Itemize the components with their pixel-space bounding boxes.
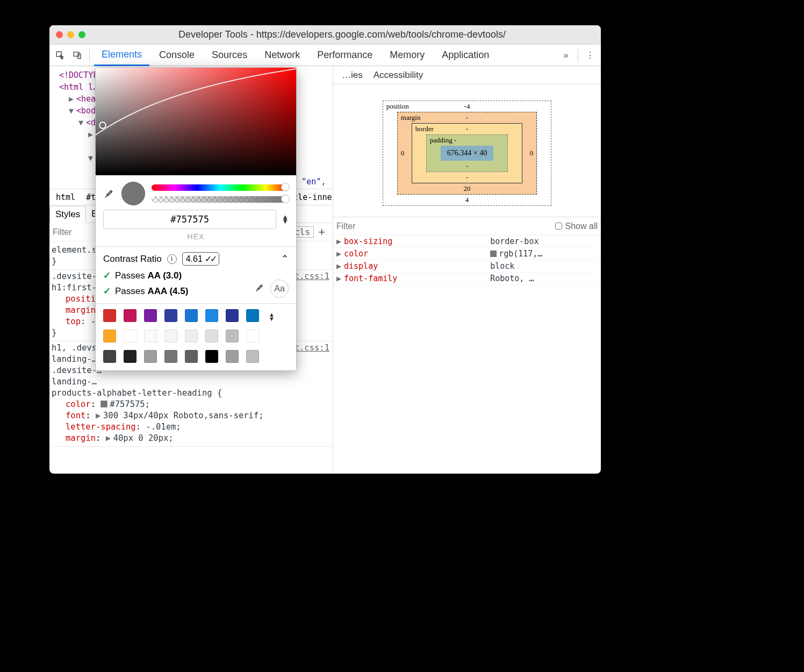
- computed-row[interactable]: ▶colorrgb(117,…: [333, 248, 601, 260]
- palette-swatch[interactable]: [226, 309, 239, 322]
- bg-text-toggle-icon[interactable]: Aa: [270, 280, 289, 298]
- tab-console[interactable]: Console: [152, 45, 202, 65]
- contrast-ratio-label: Contrast Ratio: [103, 254, 162, 264]
- current-color-circle: [121, 182, 145, 205]
- show-all-label: Show all: [565, 221, 598, 231]
- subtab-properties[interactable]: …ies: [336, 67, 368, 83]
- palette-swatch[interactable]: [124, 330, 137, 342]
- palette-swatches: ▲▼: [96, 304, 296, 370]
- alpha-thumb[interactable]: [281, 195, 290, 203]
- tab-application[interactable]: Application: [434, 45, 497, 65]
- check-icon: ✓: [103, 285, 111, 297]
- computed-pane: Show all ▶box-sizingborder-box▶colorrgb(…: [333, 217, 601, 285]
- palette-swatch[interactable]: [144, 309, 157, 322]
- contrast-eyedropper-icon[interactable]: [254, 282, 265, 295]
- new-style-rule-icon[interactable]: +: [314, 225, 329, 239]
- devtools-window: Developer Tools - https://developers.goo…: [49, 25, 601, 474]
- subtab-styles[interactable]: Styles: [49, 206, 86, 223]
- right-subtabs: …ies Accessibility: [333, 66, 601, 84]
- computed-row[interactable]: ▶font-familyRoboto, …: [333, 273, 601, 285]
- check-icon: ✓: [103, 270, 111, 281]
- palette-swatch[interactable]: [226, 350, 239, 363]
- computed-filter-input[interactable]: [336, 221, 444, 231]
- show-all-checkbox[interactable]: [555, 223, 562, 230]
- palette-swatch[interactable]: [164, 330, 177, 342]
- palette-swatch[interactable]: [103, 309, 116, 322]
- main-tabbar: Elements Console Sources Network Perform…: [49, 45, 601, 66]
- palette-swatch[interactable]: [185, 330, 198, 342]
- chevron-up-icon[interactable]: ⌃: [281, 253, 289, 264]
- hue-slider[interactable]: [152, 184, 289, 191]
- window-titlebar: Developer Tools - https://developers.goo…: [49, 25, 601, 45]
- computed-row[interactable]: ▶box-sizingborder-box: [333, 235, 601, 248]
- box-model-content: 676.344 × 40: [441, 146, 493, 161]
- palette-swatch[interactable]: [124, 350, 137, 363]
- hex-input[interactable]: [103, 210, 276, 229]
- disclosure-icon[interactable]: ▶: [336, 274, 344, 283]
- elements-panel-right: …ies Accessibility position -4 4 margin …: [333, 66, 601, 474]
- tab-elements[interactable]: Elements: [94, 45, 149, 66]
- close-traffic-light[interactable]: [56, 31, 63, 38]
- kebab-menu-icon[interactable]: ⋮: [583, 48, 598, 63]
- subtab-accessibility[interactable]: Accessibility: [368, 67, 429, 83]
- palette-swatch[interactable]: [246, 309, 259, 322]
- palette-swatch[interactable]: [124, 309, 137, 322]
- palette-stepper-icon[interactable]: ▲▼: [267, 309, 289, 324]
- palette-swatch[interactable]: [246, 350, 259, 363]
- box-model[interactable]: position -4 4 margin - 20 0 0 border - -…: [333, 84, 601, 217]
- separator: [578, 49, 578, 62]
- info-icon[interactable]: i: [167, 254, 177, 264]
- eyedropper-icon[interactable]: [103, 188, 115, 199]
- zoom-traffic-light[interactable]: [78, 31, 85, 38]
- disclosure-icon[interactable]: ▶: [336, 249, 344, 259]
- crumb-html[interactable]: html: [51, 191, 81, 204]
- separator: [89, 49, 90, 62]
- palette-swatch[interactable]: [185, 309, 198, 322]
- color-picker-popover: ▲▼ HEX Contrast Ratio i 4.61 ✓✓ ⌃ ✓Passe…: [95, 67, 297, 371]
- palette-swatch[interactable]: [144, 350, 157, 363]
- palette-swatch[interactable]: [205, 309, 218, 322]
- palette-swatch[interactable]: [164, 350, 177, 363]
- format-label: HEX: [96, 232, 296, 246]
- color-swatch-icon[interactable]: [101, 401, 107, 408]
- disclosure-icon[interactable]: ▶: [336, 261, 344, 271]
- palette-swatch[interactable]: [246, 330, 259, 342]
- palette-swatch[interactable]: [205, 330, 218, 342]
- tab-performance[interactable]: Performance: [310, 45, 380, 65]
- palette-swatch[interactable]: [103, 330, 116, 342]
- palette-swatch[interactable]: [103, 350, 116, 363]
- device-toggle-icon[interactable]: [70, 48, 85, 63]
- palette-swatch[interactable]: [226, 330, 239, 342]
- tab-network[interactable]: Network: [257, 45, 307, 65]
- contrast-ratio-value: 4.61 ✓✓: [182, 252, 219, 266]
- more-tabs-icon[interactable]: »: [558, 48, 573, 63]
- palette-swatch[interactable]: [205, 350, 218, 363]
- saturation-field[interactable]: [96, 68, 296, 175]
- tab-memory[interactable]: Memory: [382, 45, 432, 65]
- window-title: Developer Tools - https://developers.goo…: [90, 29, 594, 40]
- hue-thumb[interactable]: [281, 183, 290, 191]
- disclosure-icon[interactable]: ▶: [336, 237, 344, 246]
- computed-row[interactable]: ▶displayblock: [333, 260, 601, 273]
- format-stepper-icon[interactable]: ▲▼: [282, 215, 289, 224]
- minimize-traffic-light[interactable]: [67, 31, 74, 38]
- alpha-slider[interactable]: [152, 196, 289, 203]
- inspect-icon[interactable]: [53, 48, 68, 63]
- palette-swatch[interactable]: [144, 330, 157, 342]
- palette-swatch[interactable]: [164, 309, 177, 322]
- saturation-knob[interactable]: [99, 121, 106, 129]
- tab-sources[interactable]: Sources: [204, 45, 255, 65]
- palette-swatch[interactable]: [185, 350, 198, 363]
- dom-html: <html l…: [59, 82, 98, 92]
